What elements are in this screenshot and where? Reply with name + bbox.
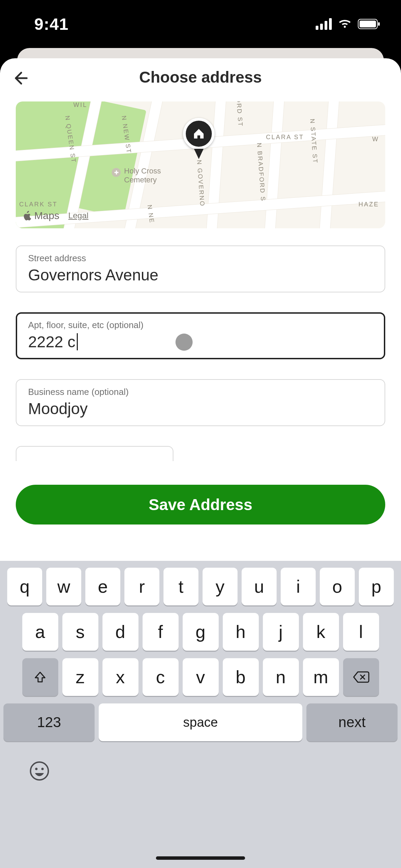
key-z[interactable]: z — [62, 658, 98, 696]
field-label: Apt, floor, suite, etc (optional) — [28, 320, 373, 330]
poi-label: Holy Cross Cemetery — [124, 167, 161, 184]
map-attribution: Maps Legal — [23, 210, 88, 221]
backspace-icon — [352, 671, 369, 684]
key-r[interactable]: r — [124, 568, 159, 605]
key-space[interactable]: space — [99, 703, 302, 741]
key-s[interactable]: s — [62, 613, 98, 651]
svg-rect-2 — [378, 22, 380, 26]
screen: 9:41 Choose address — [0, 0, 401, 868]
field-value: Moodjoy — [28, 399, 373, 418]
map-preview[interactable]: N NEW ST N QUEEN ST N GOVERNO N BRADFORD… — [16, 101, 385, 228]
map-street-label: WIL — [73, 101, 87, 109]
status-bar: 9:41 — [0, 0, 401, 48]
key-q[interactable]: q — [7, 568, 42, 605]
map-poi: ✚ Holy Cross Cemetery — [112, 167, 161, 184]
next-field-partial[interactable] — [16, 446, 173, 461]
map-street-label: N BRADFORD S — [255, 143, 267, 202]
key-g[interactable]: g — [183, 613, 219, 651]
keyboard-row-2: a s d f g h j k l — [3, 613, 398, 651]
address-sheet: Choose address N NEW ST N QUEEN ST N GOV… — [0, 58, 401, 868]
field-label: Street address — [28, 253, 373, 264]
battery-icon — [358, 19, 380, 29]
keyboard: q w e r t y u i o p a s d f g h j k l — [0, 561, 401, 868]
home-icon — [192, 127, 206, 141]
key-x[interactable]: x — [102, 658, 138, 696]
emoji-button[interactable] — [29, 761, 49, 781]
home-indicator[interactable] — [156, 856, 245, 860]
keyboard-row-1: q w e r t y u i o p — [3, 568, 398, 605]
map-street-label: W — [372, 136, 379, 143]
field-value: 2222 c — [28, 333, 373, 351]
key-n[interactable]: n — [263, 658, 299, 696]
shift-icon — [33, 670, 47, 684]
map-legal-link[interactable]: Legal — [68, 211, 88, 220]
map-street-label: N GOVERNO — [195, 160, 206, 207]
svg-rect-1 — [360, 21, 376, 27]
key-c[interactable]: c — [143, 658, 179, 696]
map-brand: Maps — [23, 210, 59, 221]
cellular-icon — [316, 18, 332, 30]
key-l[interactable]: l — [343, 613, 379, 651]
map-street-label: CLARK ST — [19, 201, 58, 208]
map-road — [318, 101, 340, 228]
business-name-field[interactable]: Business name (optional) Moodjoy — [16, 379, 385, 426]
status-time: 9:41 — [34, 15, 69, 34]
save-address-button[interactable]: Save Address — [16, 485, 385, 525]
key-v[interactable]: v — [183, 658, 219, 696]
key-k[interactable]: k — [303, 613, 339, 651]
svg-point-4 — [35, 768, 38, 770]
emoji-icon — [29, 761, 49, 781]
key-a[interactable]: a — [22, 613, 58, 651]
key-h[interactable]: h — [223, 613, 259, 651]
key-e[interactable]: e — [85, 568, 120, 605]
svg-point-5 — [41, 768, 44, 770]
text-cursor — [77, 333, 78, 350]
keyboard-row-4: 123 space next — [3, 703, 398, 741]
key-shift[interactable] — [22, 658, 58, 696]
map-street-label: N STATE ST — [308, 119, 319, 164]
key-y[interactable]: y — [203, 568, 238, 605]
save-row: Save Address — [0, 480, 401, 529]
touch-indicator — [175, 334, 193, 351]
poi-icon: ✚ — [112, 168, 121, 177]
back-button[interactable] — [11, 68, 32, 88]
map-street-label: ORD ST — [235, 101, 244, 127]
field-value: Governors Avenue — [28, 266, 373, 284]
apple-logo-icon — [23, 210, 32, 221]
key-j[interactable]: j — [263, 613, 299, 651]
key-w[interactable]: w — [46, 568, 81, 605]
key-b[interactable]: b — [223, 658, 259, 696]
apt-field[interactable]: Apt, floor, suite, etc (optional) 2222 c — [16, 312, 385, 359]
key-next[interactable]: next — [306, 703, 398, 741]
key-d[interactable]: d — [102, 613, 138, 651]
arrow-left-icon — [13, 70, 29, 86]
key-backspace[interactable] — [343, 658, 379, 696]
field-label: Business name (optional) — [28, 387, 373, 397]
key-o[interactable]: o — [320, 568, 355, 605]
svg-point-3 — [31, 762, 48, 780]
keyboard-row-3: z x c v b n m — [3, 658, 398, 696]
street-address-field[interactable]: Street address Governors Avenue — [16, 245, 385, 292]
key-m[interactable]: m — [303, 658, 339, 696]
page-title: Choose address — [139, 68, 262, 86]
key-t[interactable]: t — [163, 568, 198, 605]
key-f[interactable]: f — [143, 613, 179, 651]
wifi-icon — [338, 19, 352, 29]
map-street-label: CLARA ST — [266, 134, 304, 141]
keyboard-bottom — [3, 749, 398, 781]
sheet-header: Choose address — [0, 58, 401, 96]
key-i[interactable]: i — [281, 568, 316, 605]
map-pin — [183, 118, 215, 162]
address-form: Street address Governors Avenue Apt, flo… — [0, 228, 401, 461]
key-123[interactable]: 123 — [3, 703, 95, 741]
key-p[interactable]: p — [359, 568, 394, 605]
key-u[interactable]: u — [242, 568, 277, 605]
status-right — [316, 18, 380, 30]
map-street-label: HAZE — [359, 201, 379, 208]
